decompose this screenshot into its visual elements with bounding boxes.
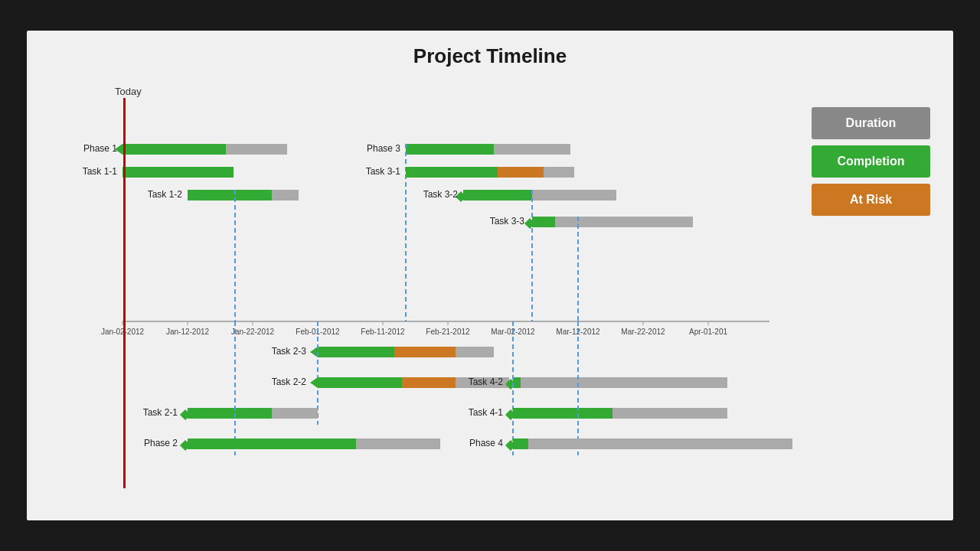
task23-green-bar: [318, 347, 394, 357]
legend: Duration Completion At Risk: [812, 107, 930, 216]
gantt-chart: Jan-02-2012 Jan-12-2012 Jan-22-2012 Feb-…: [57, 73, 792, 501]
svg-text:Task 4-1: Task 4-1: [469, 407, 504, 418]
task32-green-bar: [463, 190, 532, 201]
task11-green-bar: [122, 167, 234, 178]
svg-text:Task 2-1: Task 2-1: [143, 407, 178, 418]
today-line: [123, 98, 126, 488]
legend-atrisk: At Risk: [812, 184, 930, 216]
task42-gray-bar: [513, 377, 727, 388]
svg-text:Jan-12-2012: Jan-12-2012: [166, 328, 210, 336]
svg-text:Task 1-1: Task 1-1: [83, 166, 118, 177]
svg-text:Feb-11-2012: Feb-11-2012: [361, 328, 405, 336]
task22-green-bar: [318, 377, 402, 388]
svg-text:Phase 3: Phase 3: [367, 143, 400, 154]
task22-orange-bar: [402, 377, 456, 388]
task31-green-bar: [406, 167, 498, 178]
phase4-gray-bar: [513, 439, 792, 449]
svg-text:Task 1-2: Task 1-2: [148, 189, 183, 200]
svg-text:Feb-21-2012: Feb-21-2012: [426, 328, 470, 336]
svg-text:Apr-01-201: Apr-01-201: [689, 328, 727, 336]
task31-orange-bar: [498, 167, 544, 178]
task23-orange-bar: [394, 347, 456, 357]
chart-title: Project Timeline: [27, 31, 953, 76]
svg-text:Task 4-2: Task 4-2: [469, 377, 504, 387]
svg-text:Jan-22-2012: Jan-22-2012: [231, 328, 275, 336]
task23-arrow: [310, 347, 318, 357]
legend-duration: Duration: [812, 107, 930, 139]
task22-arrow: [310, 377, 318, 388]
phase4-green-bar: [513, 439, 528, 449]
phase1-green-bar: [122, 144, 226, 155]
task12-green-bar: [188, 190, 272, 201]
svg-text:Phase 4: Phase 4: [469, 438, 503, 448]
task33-green-bar: [532, 217, 555, 227]
phase2-green-bar: [188, 439, 356, 449]
legend-completion: Completion: [812, 145, 930, 178]
svg-text:Task 3-2: Task 3-2: [423, 189, 459, 200]
svg-text:Mar-22-2012: Mar-22-2012: [621, 328, 665, 336]
chart-container: Project Timeline Today Duration Completi…: [27, 31, 953, 520]
task33-gray-bar: [532, 217, 693, 227]
phase3-green-bar: [406, 144, 494, 155]
svg-text:Task 3-1: Task 3-1: [366, 166, 401, 177]
svg-text:Task 2-3: Task 2-3: [272, 346, 307, 357]
task21-green-bar: [188, 408, 272, 419]
svg-text:Task 2-2: Task 2-2: [272, 377, 307, 387]
svg-text:Task 3-3: Task 3-3: [490, 216, 525, 227]
svg-text:Phase 1: Phase 1: [83, 143, 117, 154]
task41-green-bar: [513, 408, 612, 419]
svg-text:Phase 2: Phase 2: [144, 438, 178, 448]
